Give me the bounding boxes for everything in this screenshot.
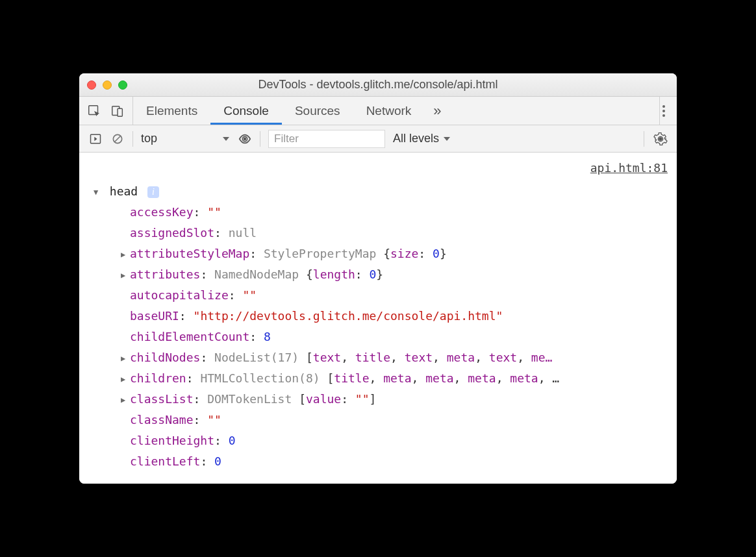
separator bbox=[132, 131, 133, 147]
property-row[interactable]: ▶attributes: NamedNodeMap {length: 0} bbox=[88, 264, 668, 285]
value-token: , … bbox=[538, 371, 560, 385]
titlebar: DevTools - devtools.glitch.me/console/ap… bbox=[79, 73, 677, 97]
close-window-button[interactable] bbox=[87, 80, 96, 90]
toolbar-right bbox=[644, 131, 668, 147]
disclosure-triangle-icon[interactable]: ▶ bbox=[121, 352, 128, 365]
value-token: DOMTokenList bbox=[207, 392, 299, 406]
more-tabs-button[interactable]: » bbox=[424, 97, 450, 125]
property-row: ▶childElementCount: 8 bbox=[88, 327, 668, 347]
chevrons-right-icon: » bbox=[433, 103, 441, 119]
value-token: meta bbox=[468, 371, 496, 385]
value-token: "" bbox=[207, 205, 221, 219]
value-token: { bbox=[306, 267, 313, 281]
value-token: length bbox=[313, 267, 355, 281]
tab-bar-right bbox=[659, 97, 677, 125]
value-token: value bbox=[306, 392, 341, 406]
property-key: autocapitalize bbox=[130, 288, 229, 302]
property-key: className bbox=[130, 413, 194, 427]
zoom-window-button[interactable] bbox=[118, 80, 127, 90]
tab-sources[interactable]: Sources bbox=[282, 97, 353, 125]
value-token: "" bbox=[355, 392, 370, 406]
live-expression-icon[interactable] bbox=[238, 132, 252, 146]
select-element-icon[interactable] bbox=[87, 104, 101, 118]
minimize-window-button[interactable] bbox=[103, 80, 112, 90]
value-token: : bbox=[341, 392, 355, 406]
property-key: attributeStyleMap bbox=[130, 247, 249, 260]
tab-network[interactable]: Network bbox=[353, 97, 425, 125]
tab-console[interactable]: Console bbox=[210, 97, 282, 125]
property-row[interactable]: ▶children: HTMLCollection(8) [title, met… bbox=[88, 368, 668, 389]
caret-down-icon bbox=[443, 135, 451, 143]
value-token: } bbox=[376, 267, 383, 281]
disclosure-triangle-icon[interactable]: ▶ bbox=[121, 373, 128, 386]
value-token: "" bbox=[242, 288, 257, 302]
svg-point-6 bbox=[244, 137, 247, 140]
disclosure-triangle-open-icon[interactable]: ▼ bbox=[94, 186, 101, 199]
value-token: 0 bbox=[229, 434, 236, 447]
clear-console-icon[interactable] bbox=[110, 132, 125, 146]
value-token: meta bbox=[383, 371, 411, 385]
source-link[interactable]: api.html:81 bbox=[88, 158, 668, 179]
value-token: meta bbox=[510, 371, 538, 385]
property-key: baseURI bbox=[130, 309, 179, 323]
property-key: clientLeft bbox=[130, 454, 200, 468]
value-token: StylePropertyMap bbox=[264, 247, 383, 260]
property-row[interactable]: ▶classList: DOMTokenList [value: ""] bbox=[88, 389, 668, 410]
disclosure-triangle-icon[interactable]: ▶ bbox=[121, 393, 128, 407]
value-token: : bbox=[355, 267, 370, 281]
console-output: api.html:81 ▼ head i ▶accessKey: ""▶assi… bbox=[79, 153, 677, 484]
property-key: childNodes bbox=[130, 351, 200, 364]
property-key: childElementCount bbox=[130, 330, 249, 343]
value-token: , bbox=[496, 371, 510, 385]
tab-elements[interactable]: Elements bbox=[133, 97, 210, 125]
device-toolbar-icon[interactable] bbox=[110, 104, 125, 118]
value-token: me… bbox=[531, 351, 553, 364]
property-row[interactable]: ▶attributeStyleMap: StylePropertyMap {si… bbox=[88, 243, 668, 264]
toggle-sidebar-icon[interactable] bbox=[88, 132, 103, 146]
gear-icon[interactable] bbox=[653, 132, 668, 146]
value-token: title bbox=[355, 351, 390, 364]
value-token: 0 bbox=[433, 247, 440, 260]
value-token: meta bbox=[425, 371, 453, 385]
disclosure-triangle-icon[interactable]: ▶ bbox=[121, 269, 128, 282]
object-root[interactable]: ▼ head i bbox=[88, 181, 668, 202]
value-token: ] bbox=[370, 392, 377, 406]
kebab-menu-icon[interactable] bbox=[660, 103, 668, 119]
value-token: : bbox=[418, 247, 433, 260]
value-token: title bbox=[334, 371, 369, 385]
value-token: NodeList(17) bbox=[214, 351, 306, 364]
value-token: } bbox=[440, 247, 447, 260]
value-token: "http://devtools.glitch.me/console/api.h… bbox=[194, 309, 503, 323]
property-row[interactable]: ▶childNodes: NodeList(17) [text, title, … bbox=[88, 347, 668, 368]
filter-input[interactable] bbox=[268, 130, 385, 148]
log-levels-selector[interactable]: All levels bbox=[393, 132, 451, 145]
property-row: ▶clientLeft: 0 bbox=[88, 451, 668, 472]
info-icon[interactable]: i bbox=[147, 186, 159, 198]
value-token: , bbox=[412, 371, 426, 385]
value-token: [ bbox=[299, 392, 306, 406]
value-token: , bbox=[517, 351, 531, 364]
context-selector[interactable]: top bbox=[141, 132, 230, 145]
property-row: ▶autocapitalize: "" bbox=[88, 285, 668, 306]
property-key: children bbox=[130, 371, 186, 385]
property-key: assignedSlot bbox=[130, 226, 214, 240]
window-title: DevTools - devtools.glitch.me/console/ap… bbox=[79, 78, 677, 92]
caret-down-icon bbox=[222, 135, 230, 143]
disclosure-triangle-icon[interactable]: ▶ bbox=[121, 248, 128, 262]
context-label: top bbox=[141, 132, 157, 145]
value-token: , bbox=[341, 351, 355, 364]
value-token: text bbox=[313, 351, 341, 364]
value-token: , bbox=[370, 371, 384, 385]
value-token: HTMLCollection(8) bbox=[200, 371, 327, 385]
value-token: , bbox=[433, 351, 447, 364]
devtools-window: DevTools - devtools.glitch.me/console/ap… bbox=[79, 73, 677, 484]
property-row: ▶accessKey: "" bbox=[88, 202, 668, 223]
value-token: , bbox=[390, 351, 405, 364]
value-token: meta bbox=[447, 351, 475, 364]
svg-rect-2 bbox=[118, 108, 122, 116]
levels-label: All levels bbox=[393, 132, 439, 145]
value-token: text bbox=[489, 351, 517, 364]
value-token: text bbox=[405, 351, 433, 364]
value-token: , bbox=[475, 351, 489, 364]
value-token: { bbox=[383, 247, 390, 260]
